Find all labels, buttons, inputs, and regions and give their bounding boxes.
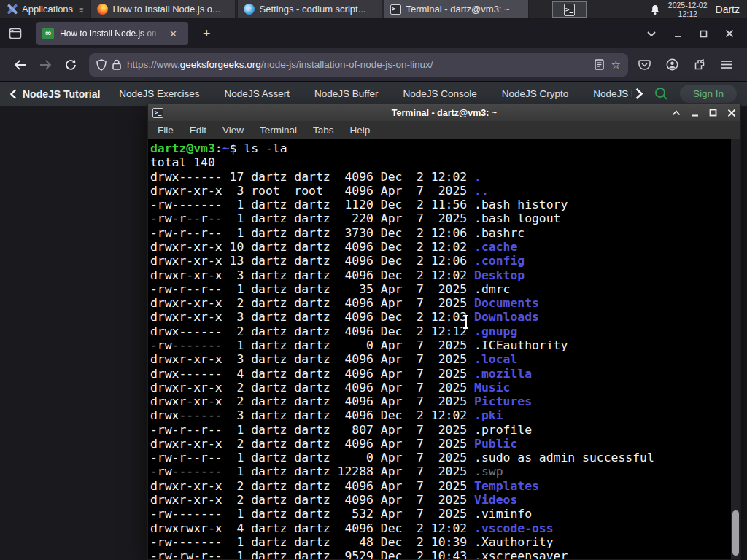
browser-minimize-button[interactable] xyxy=(674,30,682,38)
tab-title: How to Install Node.js on xyxy=(60,28,162,39)
back-button[interactable] xyxy=(7,60,33,70)
terminal-menu-terminal[interactable]: Terminal xyxy=(253,122,303,138)
gfg-signin-button[interactable]: Sign In xyxy=(680,85,737,103)
gfg-nav-link[interactable]: NodeJS Console xyxy=(403,88,476,99)
lock-icon[interactable] xyxy=(112,59,121,70)
desktop-panel: Applications ≡ How to Install Node.js o.… xyxy=(0,0,747,19)
browser-close-button[interactable] xyxy=(725,29,734,38)
forward-button[interactable] xyxy=(33,60,58,70)
gfg-nav-link[interactable]: NodeJS Buffer xyxy=(314,88,379,99)
bookmark-star-icon[interactable]: ☆ xyxy=(611,59,621,70)
tracking-shield-icon[interactable] xyxy=(96,59,107,71)
session-user-menu[interactable]: Dartz xyxy=(716,4,740,15)
url-text[interactable]: https://www.geeksforgeeks.org/node-js/in… xyxy=(127,59,589,70)
gfg-back-link[interactable]: NodeJS Tutorial xyxy=(10,88,100,100)
reader-mode-icon[interactable] xyxy=(595,59,604,70)
gfg-nav-link[interactable]: NodeJS DNS xyxy=(593,88,632,99)
terminal-line: drwxr-xr-x 10 dartz dartz 4096 Dec 2 12:… xyxy=(150,240,729,254)
terminal-menubar: FileEditViewTerminalTabsHelp xyxy=(148,121,740,139)
terminal-line: drwxr-xr-x 3 dartz dartz 4096 Dec 2 12:0… xyxy=(150,310,729,324)
terminal-line: -rw-r--r-- 1 dartz dartz 0 Apr 7 2025 .s… xyxy=(150,451,729,464)
terminal-output: dartz@vm3:~$ ls -latotal 140drwx------ 1… xyxy=(150,141,729,559)
chevron-right-icon[interactable] xyxy=(635,88,643,99)
menu-lines-icon: ≡ xyxy=(79,5,83,14)
terminal-icon: >_ xyxy=(390,4,401,15)
terminal-menu-tabs[interactable]: Tabs xyxy=(306,122,341,138)
terminal-line: drwxr-xr-x 3 dartz dartz 4096 Apr 7 2025… xyxy=(150,352,729,366)
workspace-terminal-icon: >_ xyxy=(564,4,575,16)
gfg-nav-link[interactable]: NodeJS Crypto xyxy=(502,88,569,99)
list-all-tabs-button[interactable] xyxy=(646,31,657,37)
taskbar-window-title: Settings - codium script... xyxy=(260,4,366,15)
firefox-view-button[interactable] xyxy=(4,23,26,44)
navigation-toolbar: https://www.geeksforgeeks.org/node-js/in… xyxy=(0,48,747,82)
terminal-body[interactable]: dartz@vm3:~$ ls -latotal 140drwx------ 1… xyxy=(148,139,740,559)
url-scheme: https://www. xyxy=(127,59,180,70)
extensions-icon[interactable] xyxy=(694,59,705,71)
terminal-line: -rw------- 1 dartz dartz 0 Apr 7 2025 .I… xyxy=(150,338,729,352)
taskbar-button-codium[interactable]: Settings - codium script... xyxy=(237,0,382,18)
terminal-line: drwxr-xr-x 13 dartz dartz 4096 Dec 2 12:… xyxy=(150,254,729,268)
terminal-line: drwxr-xr-x 2 dartz dartz 4096 Apr 7 2025… xyxy=(150,479,729,493)
reload-button[interactable] xyxy=(58,59,83,71)
taskbar-button-firefox[interactable]: How to Install Node.js o... xyxy=(90,0,236,18)
terminal-menu-file[interactable]: File xyxy=(151,122,180,138)
terminal-line: -rw------- 1 dartz dartz 532 Apr 7 2025 … xyxy=(150,507,729,521)
menu-hamburger-icon[interactable] xyxy=(721,60,732,69)
notification-bell-icon[interactable] xyxy=(650,4,660,15)
terminal-shade-button[interactable] xyxy=(672,110,681,116)
terminal-line: -rw------- 1 dartz dartz 48 Dec 2 10:39 … xyxy=(150,535,729,549)
applications-icon xyxy=(7,4,18,15)
terminal-menu-edit[interactable]: Edit xyxy=(183,122,213,138)
firefox-icon xyxy=(97,4,108,15)
gfg-search-icon[interactable] xyxy=(654,87,668,101)
taskbar-window-title: How to Install Node.js o... xyxy=(113,4,220,15)
terminal-titlebar-icon: >_ xyxy=(152,108,163,118)
applications-label: Applications xyxy=(22,4,73,15)
taskbar-window-title: Terminal - dartz@vm3: ~ xyxy=(406,4,510,15)
geeksforgeeks-favicon: ∞ xyxy=(42,28,54,39)
terminal-scrollbar[interactable] xyxy=(731,139,740,559)
terminal-line: drwx------ 2 dartz dartz 4096 Dec 2 12:1… xyxy=(150,324,729,338)
new-tab-button[interactable]: + xyxy=(198,26,215,42)
terminal-minimize-button[interactable] xyxy=(691,109,699,117)
taskbar-button-terminal[interactable]: >_ Terminal - dartz@vm3: ~ xyxy=(384,0,529,18)
system-tray: 2025-12-02 12:12 Dartz xyxy=(650,0,747,19)
terminal-line: drwxrwxr-x 4 dartz dartz 4096 Dec 2 12:0… xyxy=(150,521,729,535)
browser-tab-active[interactable]: ∞ How to Install Node.js on ✕ xyxy=(36,22,188,45)
terminal-menu-view[interactable]: View xyxy=(216,122,250,138)
terminal-title: Terminal - dartz@vm3: ~ xyxy=(148,108,740,118)
tab-close-button[interactable]: ✕ xyxy=(168,28,179,40)
url-bar[interactable]: https://www.geeksforgeeks.org/node-js/in… xyxy=(89,53,628,77)
terminal-titlebar[interactable]: >_ Terminal - dartz@vm3: ~ xyxy=(148,104,740,121)
terminal-close-button[interactable] xyxy=(727,109,736,117)
clock-time: 12:12 xyxy=(668,9,708,18)
terminal-menu-help[interactable]: Help xyxy=(344,122,377,138)
chevron-left-icon xyxy=(10,89,17,99)
terminal-line: drwxr-xr-x 2 dartz dartz 4096 Apr 7 2025… xyxy=(150,437,729,451)
gfg-nav-link[interactable]: NodeJS Assert xyxy=(225,88,290,99)
panel-clock[interactable]: 2025-12-02 12:12 xyxy=(668,1,708,18)
desktop: Applications ≡ How to Install Node.js o.… xyxy=(0,0,747,560)
tab-strip: ∞ How to Install Node.js on ✕ + xyxy=(0,19,747,48)
pocket-icon[interactable] xyxy=(638,59,651,71)
terminal-line: drwxr-xr-x 2 dartz dartz 4096 Apr 7 2025… xyxy=(150,296,729,310)
terminal-line: -rw-r--r-- 1 dartz dartz 220 Apr 7 2025 … xyxy=(150,211,729,225)
gfg-back-label: NodeJS Tutorial xyxy=(23,88,100,100)
terminal-maximize-button[interactable] xyxy=(709,109,717,117)
browser-maximize-button[interactable] xyxy=(700,30,708,38)
terminal-line: drwxr-xr-x 2 dartz dartz 4096 Apr 7 2025… xyxy=(150,493,729,507)
terminal-line: drwx------ 3 dartz dartz 4096 Dec 2 12:0… xyxy=(150,408,729,422)
window-taskbar: How to Install Node.js o... Settings - c… xyxy=(90,0,530,18)
terminal-scrollbar-thumb[interactable] xyxy=(732,510,739,556)
account-icon[interactable] xyxy=(666,58,678,71)
applications-menu-button[interactable]: Applications ≡ xyxy=(0,0,90,18)
terminal-line: dartz@vm3:~$ ls -la xyxy=(150,141,729,155)
terminal-line: -rw------- 1 dartz dartz 12288 Apr 7 202… xyxy=(150,464,729,478)
terminal-line: total 140 xyxy=(150,155,729,169)
workspace-switcher[interactable]: >_ xyxy=(552,1,587,18)
gfg-nav-link[interactable]: NodeJS Exercises xyxy=(119,88,199,99)
terminal-line: drwxr-xr-x 2 dartz dartz 4096 Apr 7 2025… xyxy=(150,381,729,394)
terminal-line: -rw-rw-r-- 1 dartz dartz 9529 Dec 2 10:4… xyxy=(150,549,729,559)
mouse-ibeam-cursor xyxy=(462,314,470,330)
